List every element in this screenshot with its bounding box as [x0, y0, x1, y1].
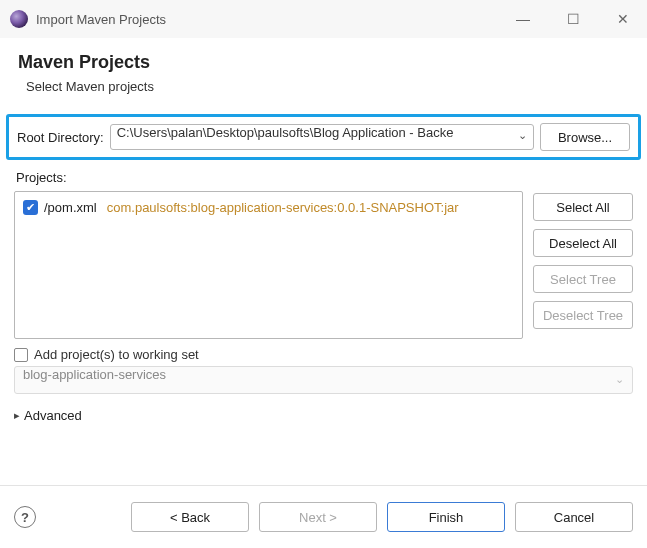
project-coordinates: com.paulsofts:blog-application-services:…	[107, 200, 459, 215]
title-bar: Import Maven Projects — ☐ ✕	[0, 0, 647, 38]
working-set-input[interactable]: blog-application-services ⌄	[14, 366, 633, 394]
back-button[interactable]: < Back	[131, 502, 249, 532]
deselect-all-button[interactable]: Deselect All	[533, 229, 633, 257]
root-directory-label: Root Directory:	[17, 130, 104, 145]
browse-button[interactable]: Browse...	[540, 123, 630, 151]
root-directory-value: C:\Users\palan\Desktop\paulsofts\Blog Ap…	[117, 125, 454, 140]
close-button[interactable]: ✕	[609, 11, 637, 27]
eclipse-icon	[10, 10, 28, 28]
chevron-down-icon[interactable]: ⌄	[615, 373, 624, 386]
minimize-button[interactable]: —	[509, 11, 537, 27]
chevron-down-icon[interactable]: ⌄	[518, 129, 527, 142]
project-checkbox[interactable]: ✔	[23, 200, 38, 215]
next-button[interactable]: Next >	[259, 502, 377, 532]
select-tree-button[interactable]: Select Tree	[533, 265, 633, 293]
root-directory-input[interactable]: C:\Users\palan\Desktop\paulsofts\Blog Ap…	[110, 124, 534, 150]
working-set-value: blog-application-services	[23, 367, 166, 382]
wizard-buttons: ? < Back Next > Finish Cancel	[0, 486, 647, 548]
page-title: Maven Projects	[18, 52, 629, 73]
projects-list[interactable]: ✔ /pom.xml com.paulsofts:blog-applicatio…	[14, 191, 523, 339]
working-set-row: Add project(s) to working set	[0, 339, 647, 366]
projects-area: ✔ /pom.xml com.paulsofts:blog-applicatio…	[0, 187, 647, 339]
maximize-button[interactable]: ☐	[559, 11, 587, 27]
help-button[interactable]: ?	[14, 506, 36, 528]
project-file: /pom.xml	[44, 200, 97, 215]
projects-label: Projects:	[16, 170, 633, 185]
page-subtitle: Select Maven projects	[18, 79, 629, 94]
cancel-button[interactable]: Cancel	[515, 502, 633, 532]
working-set-label: Add project(s) to working set	[34, 347, 199, 362]
wizard-header: Maven Projects Select Maven projects	[0, 38, 647, 104]
window-controls: — ☐ ✕	[509, 11, 637, 27]
finish-button[interactable]: Finish	[387, 502, 505, 532]
project-item[interactable]: ✔ /pom.xml com.paulsofts:blog-applicatio…	[23, 200, 514, 215]
window-title: Import Maven Projects	[36, 12, 509, 27]
root-directory-row: Root Directory: C:\Users\palan\Desktop\p…	[6, 114, 641, 160]
projects-side-buttons: Select All Deselect All Select Tree Dese…	[533, 191, 633, 339]
caret-right-icon: ▸	[14, 409, 20, 422]
select-all-button[interactable]: Select All	[533, 193, 633, 221]
advanced-label: Advanced	[24, 408, 82, 423]
deselect-tree-button[interactable]: Deselect Tree	[533, 301, 633, 329]
working-set-checkbox[interactable]	[14, 348, 28, 362]
advanced-toggle[interactable]: ▸ Advanced	[0, 394, 647, 423]
